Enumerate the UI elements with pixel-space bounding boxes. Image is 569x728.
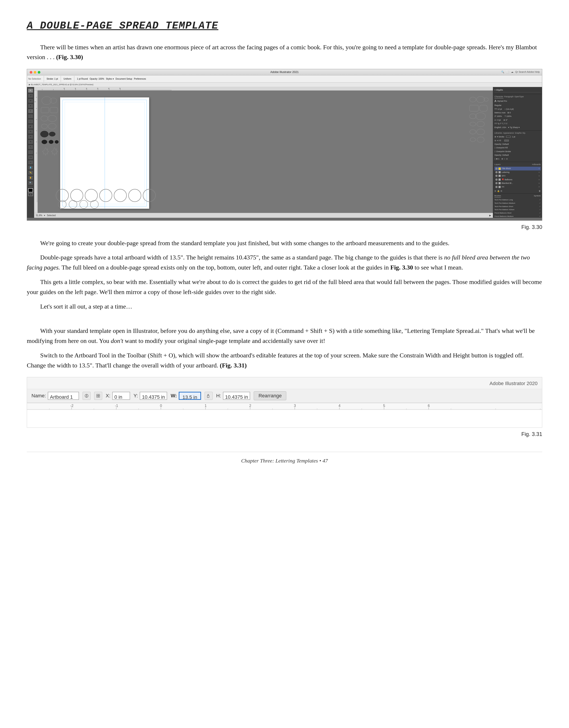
h-input[interactable]: 10.4375 in <box>223 392 250 400</box>
svg-rect-67 <box>98 394 100 396</box>
svg-point-24 <box>50 98 57 103</box>
svg-point-46 <box>477 121 484 127</box>
fullscreen-dot[interactable] <box>38 71 40 74</box>
svg-point-39 <box>477 96 485 103</box>
paintbrush-tool[interactable]: 🖌 <box>28 124 33 129</box>
svg-text:0: 0 <box>34 101 36 102</box>
layer-sfx[interactable]: SFX ○ <box>494 174 541 178</box>
brush-item[interactable]: Pencil Balloons Medium➚ <box>494 215 541 218</box>
layer-balloons[interactable]: 🎈 Balloons ○ <box>494 178 541 181</box>
layer-eye-icon3[interactable] <box>495 175 498 177</box>
name-field-group: Name: Artboard 1 <box>31 392 79 400</box>
shape-tool[interactable]: □ <box>28 119 33 124</box>
layers-label: Layers <box>494 163 500 166</box>
warp-tool[interactable]: ~ <box>28 150 33 154</box>
ai-window-title: Adobe Illustrator 2021 <box>270 70 299 75</box>
svg-rect-71 <box>27 403 542 410</box>
x-input[interactable]: 0 in <box>112 392 130 400</box>
close-dot[interactable] <box>30 71 32 74</box>
brush-item[interactable]: Tech Pen Balloon Long➚ <box>494 198 541 202</box>
libraries-tab[interactable]: Libraries <box>494 131 502 135</box>
preset-icon-btn[interactable] <box>94 392 102 400</box>
pencil-tool[interactable]: ✏ <box>28 129 33 134</box>
brushes-tab-label[interactable]: Brushes <box>494 195 501 198</box>
layer-eye-icon5[interactable] <box>495 182 498 184</box>
rotate-tool[interactable]: ↻ <box>28 140 33 144</box>
v-ruler: 0 <box>34 91 38 218</box>
orientation-icon-btn[interactable] <box>83 392 91 400</box>
svg-text:4: 4 <box>338 404 341 408</box>
type-tool[interactable]: T <box>28 109 33 113</box>
constrain-btn[interactable] <box>205 392 213 400</box>
measure-tool[interactable]: 📏 <box>28 170 33 175</box>
y-input[interactable]: 10.4375 in <box>140 392 167 400</box>
artboard-name-input[interactable]: Artboard 1 <box>48 392 79 400</box>
stroke-swatch <box>506 136 511 138</box>
opentype-tab[interactable]: OpenType <box>515 95 524 98</box>
brush-item[interactable]: Tech Pen Balloon Short➚ <box>494 205 541 208</box>
h-ruler: 0 1 2 3 4 5 <box>34 87 493 91</box>
layer-title-block[interactable]: Title Block ○ <box>494 167 541 170</box>
fig-330-caption: Fig. 3.30 <box>27 223 542 231</box>
graphic-styl-tab[interactable]: Graphic Sty. <box>515 131 526 135</box>
layer-art[interactable]: Art ○ <box>494 185 541 189</box>
w-field-group: W: 13.5 in <box>171 392 201 400</box>
x-label: X: <box>106 392 110 400</box>
hand-tool[interactable]: ✋ <box>28 176 33 180</box>
svg-text:4: 4 <box>108 88 109 89</box>
layer-blambot[interactable]: Blambot Bl... ○ <box>494 181 541 185</box>
w-input[interactable]: 13.5 in <box>179 392 201 400</box>
direct-select-tool[interactable]: ↗ <box>28 93 33 98</box>
layer-eye-icon6[interactable] <box>495 186 498 188</box>
brush-item[interactable]: Tech Pen Balloon XShort➚ <box>494 208 541 212</box>
pen-tool[interactable]: ✒ <box>28 104 33 108</box>
minimize-dot[interactable] <box>34 71 36 74</box>
zoom-tool[interactable]: 🔍 <box>28 181 33 185</box>
toolbar-separator3 <box>74 76 74 82</box>
svg-point-56 <box>129 189 141 202</box>
body-p5: With your standard template open in Illu… <box>27 326 542 346</box>
glyphs-panel-title: ≈ Glyphs <box>494 88 541 92</box>
left-shapes-svg <box>40 95 60 162</box>
h-label: H: <box>216 392 221 400</box>
svg-point-55 <box>114 189 127 202</box>
lasso-tool[interactable]: ⟳ <box>28 99 33 103</box>
paragraph-tab[interactable]: Paragraph <box>504 95 514 98</box>
canvas-and-vruler: 0 <box>34 91 493 218</box>
scale-tool[interactable]: ⤡ <box>28 145 33 149</box>
line-tool[interactable]: \ <box>28 114 33 118</box>
ai-infobar: 51.8% ▾ Selected ▶ <box>34 213 493 218</box>
layer-eye-icon4[interactable] <box>495 178 498 181</box>
y-label: Y: <box>134 392 138 400</box>
rearrange-button[interactable]: Rearrange <box>254 391 286 400</box>
width-tool[interactable]: ⟺ <box>28 155 33 160</box>
fill-stroke[interactable] <box>28 188 33 192</box>
fig-ref-331: (Fig. 3.31) <box>220 362 247 369</box>
appearance-tab[interactable]: Appearance <box>503 131 514 135</box>
w-value: 13.5 in <box>181 394 199 400</box>
svg-text:6: 6 <box>428 404 430 408</box>
eyedropper-tool[interactable]: 💧 <box>28 165 33 170</box>
layer-eye-icon[interactable] <box>495 168 498 170</box>
blend-tool[interactable]: ∞ <box>28 160 33 165</box>
ruler-row: -2 -1 0 1 2 3 4 5 6 <box>27 403 542 410</box>
select-tool[interactable]: ↖ <box>28 88 33 93</box>
svg-marker-36 <box>42 147 49 155</box>
draw-modes[interactable]: ▭ <box>28 193 33 196</box>
ai-titlebar-icons: 🔍⬜☁Qr Search Adobe Help <box>501 70 540 74</box>
brush-item[interactable]: Pencil Balloons Short➚ <box>494 212 541 215</box>
svg-text:-2: -2 <box>70 404 73 408</box>
italic-phrase: no full bleed area between the two facin… <box>27 254 530 271</box>
symbols-tab-label[interactable]: Symbols <box>534 195 541 198</box>
layer-lettering[interactable]: Lettering ○ <box>494 170 541 174</box>
character-tab[interactable]: Character <box>494 95 503 98</box>
layer-eye-icon2[interactable] <box>495 171 498 173</box>
ai-right-panels: ≈ Glyphs Character Paragraph OpenType A … <box>493 87 542 218</box>
svg-point-63 <box>86 395 87 396</box>
scissors-tool[interactable]: ✂ <box>28 135 33 139</box>
svg-text:1: 1 <box>205 404 207 408</box>
body-p3: This gets a little complex, so bear with… <box>27 277 542 297</box>
svg-point-50 <box>477 137 484 142</box>
brush-item[interactable]: Tech Pen Balloon Medium➚ <box>494 202 541 205</box>
layer-color3 <box>498 175 501 177</box>
